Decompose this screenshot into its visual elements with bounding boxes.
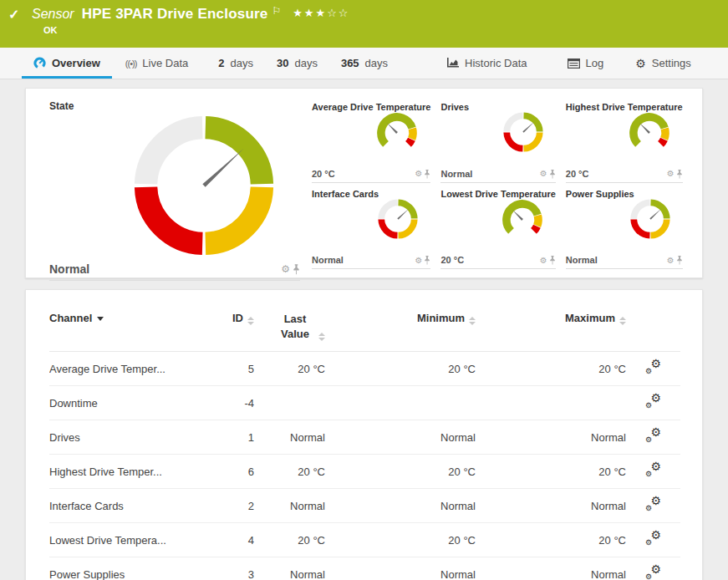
channel-name[interactable]: Drives — [49, 420, 212, 455]
pin-icon[interactable] — [424, 170, 430, 179]
table-row: Interface Cards 2 Normal Normal Normal ⚙… — [49, 489, 680, 523]
tab-historic-data[interactable]: Historic Data — [446, 48, 527, 79]
sensor-header: ✓ Sensor HPE 3PAR Drive Enclosure ⚐ ★★★☆… — [0, 0, 728, 48]
channel-maximum: Normal — [476, 557, 626, 580]
channel-last-value: 20 °C — [254, 455, 325, 489]
channel-minimum: 20 °C — [325, 523, 476, 557]
channel-value: Normal — [49, 262, 89, 276]
table-row: Drives 1 Normal Normal Normal ⚙⚙ — [49, 420, 680, 455]
mini-gauge-grid: Average Drive Temperature 20 °C ⚙ — [312, 100, 683, 269]
channel-value: 20 °C — [566, 169, 589, 179]
pin-icon[interactable] — [676, 256, 683, 265]
col-header-maximum[interactable]: Maximum — [476, 300, 626, 352]
sort-icon — [469, 317, 476, 325]
mini-gauge-interface-cards[interactable]: Interface Cards Normal ⚙ — [312, 187, 430, 270]
channel-name[interactable]: Power Supplies — [49, 557, 212, 580]
tab-label: Historic Data — [465, 57, 527, 69]
mini-gauge-highest-drive-temperature[interactable]: Highest Drive Temperature 20 °C ⚙ — [566, 100, 683, 183]
channel-id: -4 — [212, 386, 254, 420]
gear-icon[interactable]: ⚙ — [667, 257, 675, 265]
gear-icon[interactable]: ⚙ — [415, 257, 422, 265]
channel-id: 5 — [212, 352, 254, 386]
channel-last-value: Normal — [254, 557, 325, 580]
channel-value: Normal — [312, 255, 344, 265]
flag-icon[interactable]: ⚐ — [272, 5, 281, 17]
channel-id: 2 — [212, 489, 254, 523]
channel-value: Normal — [440, 169, 472, 179]
channel-settings-icon[interactable]: ⚙⚙ — [645, 394, 661, 409]
overview-gauges-panel: State Normal ⚙ — [25, 88, 703, 278]
pin-icon[interactable] — [676, 170, 683, 179]
log-list-icon — [568, 59, 580, 69]
channel-id: 4 — [212, 523, 254, 557]
pin-icon[interactable] — [293, 264, 300, 275]
channel-table-panel: Channel ID Last Value Minimum Maximum Av… — [25, 289, 703, 580]
channel-settings-icon[interactable]: ⚙⚙ — [645, 566, 661, 580]
state-gauge-block[interactable]: State Normal ⚙ — [49, 100, 300, 269]
channel-minimum — [325, 386, 476, 420]
col-header-id[interactable]: ID — [212, 300, 254, 352]
pin-icon[interactable] — [549, 256, 556, 265]
tab-30-days[interactable]: 30 days — [277, 48, 318, 79]
channel-maximum: 20 °C — [476, 523, 626, 557]
channel-settings-icon[interactable]: ⚙⚙ — [645, 360, 661, 374]
channel-last-value: Normal — [254, 489, 325, 523]
channel-minimum: Normal — [325, 420, 476, 455]
mini-gauge-average-drive-temperature[interactable]: Average Drive Temperature 20 °C ⚙ — [312, 100, 430, 183]
channel-table: Channel ID Last Value Minimum Maximum Av… — [49, 300, 680, 580]
temperature-gauge — [501, 198, 544, 245]
mini-gauge-lowest-drive-temperature[interactable]: Lowest Drive Temperature 20 °C ⚙ — [440, 187, 555, 270]
channel-settings-icon[interactable]: ⚙⚙ — [645, 532, 661, 546]
pin-icon[interactable] — [549, 170, 556, 179]
object-kind-label: Sensor — [32, 7, 74, 22]
col-header-channel[interactable]: Channel — [49, 300, 212, 352]
tab-label: Overview — [52, 57, 100, 69]
tab-365-days[interactable]: 365 days — [341, 48, 388, 79]
channel-name[interactable]: Lowest Drive Tempera... — [49, 523, 212, 557]
status-badge: OK — [0, 23, 728, 35]
channel-minimum: 20 °C — [325, 455, 476, 489]
gear-icon[interactable]: ⚙ — [540, 257, 547, 265]
channel-name[interactable]: Highest Drive Temper... — [49, 455, 212, 489]
pin-icon[interactable] — [424, 256, 430, 265]
channel-last-value: Normal — [254, 420, 325, 455]
mini-gauge-power-supplies[interactable]: Power Supplies Normal ⚙ — [566, 187, 683, 270]
tab-live-data[interactable]: ((•)) Live Data — [125, 48, 188, 79]
channel-minimum: 20 °C — [325, 352, 476, 386]
channel-title: State — [49, 100, 300, 112]
state-gauge — [629, 198, 671, 243]
channel-maximum: 20 °C — [476, 352, 626, 386]
gear-icon[interactable]: ⚙ — [667, 170, 675, 178]
table-row: Lowest Drive Tempera... 4 20 °C 20 °C 20… — [49, 523, 680, 557]
priority-stars[interactable]: ★★★☆☆ — [293, 7, 349, 19]
temperature-gauge — [375, 111, 419, 158]
channel-name[interactable]: Downtime — [49, 386, 212, 420]
channel-settings-icon[interactable]: ⚙⚙ — [645, 463, 661, 477]
channel-value: Normal — [566, 255, 598, 265]
channel-settings-icon[interactable]: ⚙⚙ — [645, 429, 661, 443]
tab-overview[interactable]: Overview — [33, 48, 100, 79]
sort-icon — [619, 317, 626, 325]
channel-minimum: Normal — [325, 489, 476, 523]
tab-2-days[interactable]: 2 days — [218, 48, 253, 79]
page-title: HPE 3PAR Drive Enclosure — [82, 6, 268, 23]
channel-name[interactable]: Interface Cards — [49, 489, 212, 523]
channel-settings-icon[interactable]: ⚙⚙ — [645, 497, 661, 511]
gear-icon[interactable]: ⚙ — [540, 170, 547, 178]
gear-icon[interactable]: ⚙ — [281, 264, 290, 274]
gauge-icon — [33, 57, 46, 69]
sort-icon — [318, 333, 325, 341]
channel-name[interactable]: Average Drive Temper... — [49, 352, 212, 386]
tab-label: Settings — [652, 57, 691, 69]
col-header-last-value[interactable]: Last Value — [254, 300, 325, 352]
tab-settings[interactable]: ⚙ Settings — [635, 48, 691, 79]
mini-gauge-drives[interactable]: Drives Normal ⚙ — [440, 100, 555, 183]
table-row: Highest Drive Temper... 6 20 °C 20 °C 20… — [49, 455, 680, 489]
gear-icon[interactable]: ⚙ — [415, 170, 422, 178]
state-gauge — [377, 198, 419, 243]
col-header-minimum[interactable]: Minimum — [325, 300, 476, 352]
channel-id: 3 — [212, 557, 254, 580]
tab-bar: Overview ((•)) Live Data 2 days 30 days … — [0, 48, 728, 79]
channel-minimum: Normal — [325, 557, 476, 580]
tab-log[interactable]: Log — [568, 48, 604, 79]
